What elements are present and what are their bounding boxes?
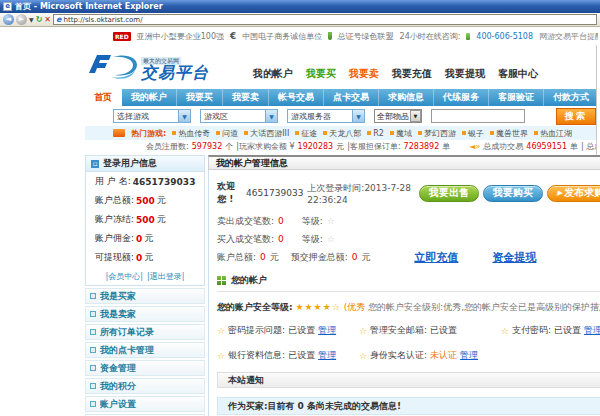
- security-stars-icon: ★★★★☆: [295, 302, 340, 312]
- bought-row: 买入成交笔数: 0 等级: ☆: [217, 230, 600, 248]
- balance-row: 账户总额: 0 元 预交押金总额: 0 元 立即充值 资金提现: [217, 248, 600, 266]
- sold-value: 0: [278, 216, 284, 226]
- deals-unit: 单: [570, 141, 578, 152]
- chevron-down-icon[interactable]: ▼: [352, 110, 364, 122]
- manage-link[interactable]: 管理: [584, 324, 600, 337]
- header-nav-withdraw[interactable]: 我要提现: [445, 67, 485, 81]
- tab-home[interactable]: 首页: [85, 89, 122, 106]
- withdrawable-unit: 元: [144, 251, 153, 264]
- hotline-number[interactable]: 400-606-5108: [476, 32, 533, 41]
- hot-game-link[interactable]: R2: [367, 129, 384, 138]
- panel-body: 欢迎您 ! 4651739033 上次登录时间:2013-7-28 22:36:…: [208, 170, 600, 416]
- bullet-icon: [418, 131, 422, 135]
- header-nav-sell[interactable]: 我要卖: [349, 67, 379, 81]
- login-user-box-header: ▫ 登录用户信息: [86, 156, 204, 172]
- member-center-link[interactable]: |会员中心|: [106, 271, 143, 282]
- menu-square-icon: [90, 347, 96, 353]
- hot-game-link[interactable]: 征途: [295, 128, 317, 139]
- refresh-icon[interactable]: ↻: [36, 16, 43, 24]
- main-nav: 首页 我的帐户 我要买 我要卖 帐号交易 点卡交易 求购信息 代练服务 客服验证…: [85, 89, 596, 106]
- hot-game-link[interactable]: 银子: [462, 128, 484, 139]
- balance-value: 500: [136, 196, 155, 206]
- game-select[interactable]: 选择游戏 ▼: [113, 109, 191, 123]
- tab-powerleveling[interactable]: 代练服务: [434, 89, 489, 106]
- hot-game-link[interactable]: 魔兽世界: [490, 128, 528, 139]
- history-dropdown-icon[interactable]: ▼: [29, 17, 34, 23]
- sold-label: 卖出成交笔数:: [217, 215, 274, 228]
- sidebar-item-buyer[interactable]: 我是买家: [85, 288, 205, 304]
- withdraw-link[interactable]: 资金提现: [492, 250, 536, 265]
- sidebar-item-settings[interactable]: 账户设置: [85, 396, 205, 412]
- menu-square-icon: [90, 401, 96, 407]
- server-select[interactable]: 游戏服务器 ▼: [287, 109, 365, 123]
- chevron-down-icon[interactable]: ▼: [410, 110, 421, 122]
- frozen-value: 500: [136, 215, 155, 225]
- sidebar-item-seller[interactable]: 我是卖家: [85, 306, 205, 322]
- demand-label: |玩家求购金额 ¥: [236, 141, 294, 152]
- tab-service-verify[interactable]: 客服验证: [489, 89, 544, 106]
- tab-demand-info[interactable]: 求购信息: [379, 89, 434, 106]
- hot-game-link[interactable]: 天龙八部: [323, 128, 361, 139]
- buy-button[interactable]: 我要购买: [483, 185, 543, 202]
- recharge-link[interactable]: 立即充值: [414, 250, 458, 265]
- sell-button[interactable]: 我要出售: [419, 185, 479, 202]
- manage-link[interactable]: 管理: [318, 349, 336, 362]
- category-select[interactable]: 全部物品 ▼: [374, 109, 422, 123]
- bullet-icon: [490, 131, 494, 135]
- address-bar[interactable]: e: [53, 14, 597, 25]
- forward-icon[interactable]: ►: [16, 14, 27, 25]
- logout-link[interactable]: |退出登录|: [147, 271, 184, 282]
- chevron-down-icon[interactable]: ▼: [265, 110, 277, 122]
- header-nav-recharge[interactable]: 我要充值: [392, 67, 432, 81]
- address-input[interactable]: [63, 15, 594, 24]
- tab-payment-methods[interactable]: 付款方式: [544, 89, 599, 106]
- header-nav-my-account[interactable]: 我的帐户: [253, 67, 293, 81]
- tab-account-trade[interactable]: 帐号交易: [269, 89, 324, 106]
- bullet-icon: [244, 131, 248, 135]
- sidebar-item-cards[interactable]: 我的点卡管理: [85, 342, 205, 358]
- hot-game-link[interactable]: 大话西游III: [244, 128, 289, 139]
- hot-game-link[interactable]: 梦幻西游: [418, 128, 456, 139]
- menu-square-icon: [90, 293, 96, 299]
- frozen-label: 账户冻结:: [95, 213, 134, 226]
- demand-value: 1920283: [298, 142, 334, 151]
- search-button[interactable]: 搜索: [556, 108, 596, 125]
- hot-game-link[interactable]: 热血江湖: [534, 128, 572, 139]
- star-bullet-icon: ☆: [359, 326, 367, 336]
- window-titlebar[interactable]: e 首页 - Microsoft Internet Explorer: [0, 0, 600, 13]
- ie-page-icon: e: [3, 2, 12, 11]
- user-box-links: |会员中心| |退出登录|: [86, 267, 204, 285]
- user-row-commission: 账户佣金: 0 元: [86, 229, 204, 248]
- region-select[interactable]: 游戏区 ▼: [200, 109, 278, 123]
- hot-game-link[interactable]: 魔域: [390, 128, 412, 139]
- sidebar-item-orders[interactable]: 所有订单记录: [85, 324, 205, 340]
- sidebar-item-funds[interactable]: 资金管理: [85, 360, 205, 376]
- tab-card-trade[interactable]: 点卡交易: [324, 89, 379, 106]
- bought-value: 0: [278, 234, 284, 244]
- deals-value: 46959151: [526, 142, 567, 151]
- manage-link[interactable]: 管理: [460, 349, 478, 362]
- header-nav-buy[interactable]: 我要买: [306, 67, 336, 81]
- stop-icon[interactable]: ✕: [44, 16, 51, 24]
- tab-buy[interactable]: 我要买: [177, 89, 223, 106]
- last-login-text: 上次登录时间:2013-7-28 22:36:24: [307, 182, 415, 205]
- shield-icon: [328, 32, 331, 40]
- hot-game-link[interactable]: 问道: [216, 128, 238, 139]
- acct-balance-value: 0: [260, 252, 266, 262]
- menu-square-icon: [90, 365, 96, 371]
- header-nav-service[interactable]: 客服中心: [498, 67, 538, 81]
- back-icon[interactable]: ◄: [3, 14, 14, 25]
- user-row-withdrawable: 可提现额: 0 元: [86, 248, 204, 267]
- star-bullet-icon: ☆: [359, 351, 367, 361]
- tab-my-account[interactable]: 我的帐户: [122, 89, 177, 106]
- post-demand-button[interactable]: ▶发布求购: [547, 185, 600, 202]
- manage-link[interactable]: 管理: [318, 324, 336, 337]
- hot-game-link[interactable]: 热血传奇: [172, 128, 210, 139]
- sidebar-item-points[interactable]: 我的积分: [85, 378, 205, 394]
- hot-games-label: 热门游戏:: [131, 128, 166, 139]
- search-input[interactable]: [431, 109, 525, 123]
- chevron-down-icon[interactable]: ▼: [178, 110, 190, 122]
- buyer-notice-bar: 作为买家:目前有 0 条尚未完成的交易信息!: [217, 397, 600, 415]
- tab-sell[interactable]: 我要卖: [223, 89, 269, 106]
- site-logo[interactable]: 最大的交易网 交易平台: [87, 51, 209, 81]
